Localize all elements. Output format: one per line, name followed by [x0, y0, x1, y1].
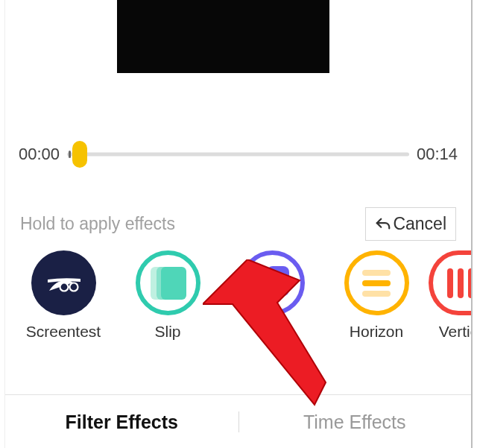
- effect-horizon[interactable]: Horizon: [324, 250, 429, 341]
- timeline: 00:00 00:14: [19, 140, 458, 168]
- time-start: 00:00: [19, 145, 60, 164]
- effect-screentest[interactable]: Screentest: [11, 250, 116, 341]
- slider-track: [67, 153, 409, 157]
- tab-filter-effects[interactable]: Filter Effects: [5, 411, 238, 433]
- effect-label: Horizon: [350, 323, 403, 341]
- time-end: 00:14: [417, 145, 458, 164]
- slip-icon: [136, 250, 200, 315]
- hint-text: Hold to apply effects: [20, 214, 175, 234]
- tab-time-effects[interactable]: Time Effects: [238, 411, 472, 433]
- svg-point-1: [70, 283, 78, 291]
- undo-icon: [375, 216, 391, 233]
- cancel-label: Cancel: [393, 214, 446, 234]
- svg-point-0: [60, 283, 69, 291]
- slider-thumb[interactable]: [72, 141, 87, 168]
- video-preview[interactable]: [117, 0, 329, 73]
- horizon-icon: [344, 250, 409, 315]
- timeline-slider[interactable]: [67, 152, 409, 157]
- effects-list[interactable]: Screentest Slip: [11, 250, 471, 341]
- effect-label: Vertic: [439, 323, 471, 341]
- tabs: Filter Effects Time Effects: [5, 394, 471, 433]
- slider-notch: [69, 151, 71, 158]
- cancel-button[interactable]: Cancel: [365, 207, 456, 241]
- vertical-icon: [429, 250, 471, 315]
- effect-slip[interactable]: Slip: [116, 250, 220, 341]
- screentest-icon: [31, 250, 96, 315]
- effect-label: Slip: [154, 323, 180, 341]
- effect-smooth[interactable]: [220, 250, 324, 323]
- effect-label: Screentest: [26, 323, 101, 341]
- tab-divider: [238, 411, 239, 432]
- smooth-icon: [240, 250, 305, 315]
- effect-vertical[interactable]: Vertic: [429, 250, 471, 341]
